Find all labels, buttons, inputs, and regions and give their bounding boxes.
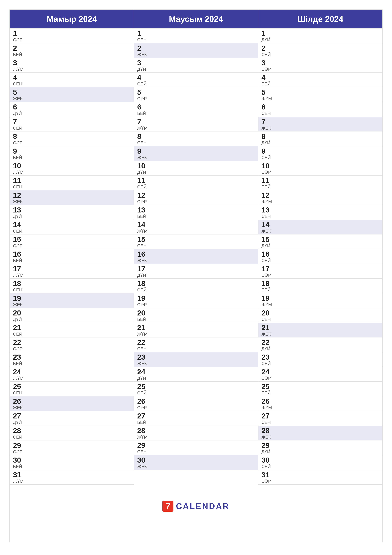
day-row: 26СӘР <box>134 396 258 411</box>
day-name: СЕЙ <box>137 288 150 292</box>
day-row: 21ЖЕК <box>258 323 382 337</box>
day-number: 25 <box>13 383 26 390</box>
day-number: 22 <box>137 339 150 346</box>
calendar-logo-icon: 7 <box>162 501 173 512</box>
day-row: 16СЕЙ <box>258 249 382 264</box>
day-name: СЕН <box>261 420 274 425</box>
day-name: СЕЙ <box>261 361 274 366</box>
day-name: СЕЙ <box>13 229 26 233</box>
month-header-2: Шілде 2024 <box>258 10 382 29</box>
day-number: 27 <box>137 412 150 420</box>
day-name: ЖЕК <box>13 199 26 204</box>
day-content: 12СӘР <box>137 192 150 204</box>
day-content: 16СЕЙ <box>261 250 274 263</box>
day-content: 6ДҮЙ <box>13 103 26 116</box>
day-row: 31СӘР <box>258 470 382 485</box>
logo-text: CALENDAR <box>176 501 230 511</box>
day-row: 4БЕЙ <box>258 73 382 87</box>
day-row: 2СЕЙ <box>258 43 382 58</box>
day-name: ЖҮМ <box>137 229 150 233</box>
day-name: СЕН <box>137 244 150 248</box>
day-number: 25 <box>137 383 150 390</box>
day-number: 14 <box>13 221 26 228</box>
day-row: 24СӘР <box>258 367 382 382</box>
day-number: 29 <box>261 442 274 449</box>
day-name: ЖЕК <box>261 435 274 439</box>
day-row: 15СЕН <box>134 234 258 249</box>
month-column-0: Мамыр 20241СӘР2БЕЙ3ЖҮМ4СЕН5ЖЕК6ДҮЙ7СЕЙ8С… <box>10 10 134 542</box>
day-number: 15 <box>137 236 150 243</box>
day-name: ЖҮМ <box>261 199 274 204</box>
day-content: 7ЖЕК <box>261 118 274 130</box>
day-number: 15 <box>13 236 26 243</box>
day-name: ДҮЙ <box>261 244 274 248</box>
day-content: 5ЖЕК <box>13 89 26 101</box>
day-content: 5ЖҮМ <box>261 89 274 101</box>
day-number: 25 <box>261 383 274 390</box>
day-number: 28 <box>137 427 150 434</box>
day-content: 28ЖЕК <box>261 427 274 439</box>
day-name: СЕЙ <box>137 185 150 189</box>
day-row: 22СЕН <box>134 337 258 352</box>
day-number: 3 <box>261 59 274 66</box>
day-name: ЖҮМ <box>137 435 150 439</box>
day-content: 21СЕЙ <box>13 324 26 336</box>
day-name: СӘР <box>261 376 274 380</box>
day-row: 8СЕН <box>134 131 258 146</box>
day-content: 27БЕЙ <box>137 412 150 425</box>
page: Мамыр 20241СӘР2БЕЙ3ЖҮМ4СЕН5ЖЕК6ДҮЙ7СЕЙ8С… <box>0 0 392 555</box>
day-row: 8СӘР <box>10 131 134 146</box>
day-content: 20ДҮЙ <box>13 309 26 322</box>
day-content: 18СЕН <box>13 280 26 292</box>
day-row: 14СЕЙ <box>10 220 134 234</box>
day-row: 25БЕЙ <box>258 382 382 396</box>
day-name: ЖЕК <box>13 405 26 410</box>
day-number: 14 <box>261 221 274 228</box>
day-name: СӘР <box>13 244 26 248</box>
day-number: 10 <box>261 162 274 169</box>
day-row: 30ЖЕК <box>134 455 258 470</box>
day-row: 29СЕН <box>134 440 258 455</box>
day-row: 16БЕЙ <box>10 249 134 264</box>
day-number: 9 <box>261 147 274 155</box>
day-number: 14 <box>137 221 150 228</box>
day-number: 21 <box>261 324 274 331</box>
day-number: 17 <box>13 265 26 272</box>
day-content: 17СӘР <box>261 265 274 278</box>
day-number: 23 <box>261 353 274 361</box>
day-row: 11СЕЙ <box>134 175 258 190</box>
day-content: 19СӘР <box>137 295 150 307</box>
day-content: 19ЖҮМ <box>261 295 274 307</box>
day-number: 8 <box>261 133 274 140</box>
day-number: 23 <box>13 353 26 361</box>
day-content: 9СЕЙ <box>261 147 274 160</box>
day-name: ЖЕК <box>137 258 150 263</box>
day-name: ДҮЙ <box>137 273 150 278</box>
day-name: ЖЕК <box>137 155 150 160</box>
day-number: 8 <box>137 133 150 140</box>
day-content: 24ДҮЙ <box>137 368 150 380</box>
day-number: 10 <box>13 162 26 169</box>
day-row: 13СЕН <box>258 205 382 220</box>
day-row: 28ЖЕК <box>258 426 382 440</box>
svg-text:7: 7 <box>166 502 170 511</box>
day-content: 30СЕЙ <box>261 456 274 469</box>
day-content: 11БЕЙ <box>261 177 274 189</box>
day-row: 26ЖЕК <box>10 396 134 411</box>
day-content: 15СӘР <box>13 236 26 248</box>
day-name: СЕЙ <box>137 391 150 395</box>
day-content: 27СЕН <box>261 412 274 425</box>
day-name: СЕН <box>13 288 26 292</box>
day-content: 12ЖҮМ <box>261 192 274 204</box>
day-content: 11СЕН <box>13 177 26 189</box>
day-content: 30БЕЙ <box>13 456 26 469</box>
day-content: 5СӘР <box>137 89 150 101</box>
day-name: ДҮЙ <box>13 214 26 219</box>
day-name: БЕЙ <box>261 185 274 189</box>
day-content: 20БЕЙ <box>137 309 150 322</box>
day-row: 15СӘР <box>10 234 134 249</box>
day-number: 26 <box>261 398 274 405</box>
day-row: 17ЖҮМ <box>10 264 134 279</box>
day-number: 5 <box>137 89 150 96</box>
day-number: 17 <box>137 265 150 272</box>
